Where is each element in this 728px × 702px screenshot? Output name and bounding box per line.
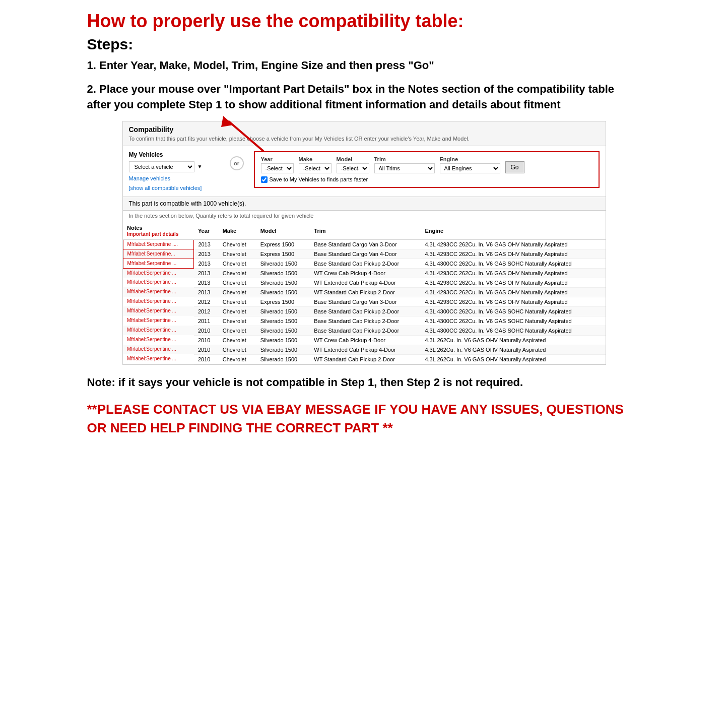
col-model: Model bbox=[256, 223, 310, 239]
compatible-count-bar: This part is compatible with 1000 vehicl… bbox=[123, 197, 606, 211]
cell-notes: Mfrlabel:Serpentine ... bbox=[123, 335, 194, 345]
cell-year: 2012 bbox=[194, 297, 219, 306]
table-row: Mfrlabel:Serpentine ... 2011 Chevrolet S… bbox=[123, 316, 606, 326]
cell-model: Express 1500 bbox=[256, 297, 310, 306]
cell-model: Silverado 1500 bbox=[256, 268, 310, 278]
cell-engine: 4.3L 4293CC 262Cu. In. V6 GAS OHV Natura… bbox=[421, 249, 605, 259]
compatibility-table: Notes Important part details Year Make M… bbox=[123, 223, 606, 364]
contact-text: **PLEASE CONTACT US VIA EBAY MESSAGE IF … bbox=[87, 400, 641, 437]
cell-make: Chevrolet bbox=[219, 345, 256, 354]
cell-trim: WT Extended Cab Pickup 4-Door bbox=[310, 278, 421, 287]
quantity-note: In the notes section below, Quantity ref… bbox=[123, 211, 606, 223]
cell-notes: Mfrlabel:Serpentine ... bbox=[123, 278, 194, 287]
manage-vehicles-link[interactable]: Manage vehicles bbox=[129, 175, 220, 181]
cell-make: Chevrolet bbox=[219, 249, 256, 259]
step1-text: 1. Enter Year, Make, Model, Trim, Engine… bbox=[87, 58, 641, 74]
engine-field: Engine All Engines bbox=[440, 156, 500, 173]
cell-model: Silverado 1500 bbox=[256, 259, 310, 268]
cell-year: 2013 bbox=[194, 268, 219, 278]
note-footer: Note: if it says your vehicle is not com… bbox=[87, 375, 641, 391]
table-row: Mfrlabel:Serpentine ... 2013 Chevrolet S… bbox=[123, 268, 606, 278]
cell-year: 2010 bbox=[194, 335, 219, 345]
show-all-link[interactable]: [show all compatible vehicles] bbox=[129, 185, 202, 191]
cell-make: Chevrolet bbox=[219, 239, 256, 249]
cell-engine: 4.3L 4300CC 262Cu. In. V6 GAS SOHC Natur… bbox=[421, 306, 605, 316]
col-make: Make bbox=[219, 223, 256, 239]
year-field: Year -Select- bbox=[261, 156, 294, 173]
cell-year: 2010 bbox=[194, 326, 219, 335]
dropdown-arrow-icon: ▼ bbox=[197, 164, 203, 169]
cell-notes: Mfrlabel:Serpentine ... bbox=[123, 345, 194, 354]
main-title: How to properly use the compatibility ta… bbox=[87, 10, 641, 32]
cell-make: Chevrolet bbox=[219, 306, 256, 316]
model-select[interactable]: -Select- bbox=[337, 163, 369, 173]
cell-model: Express 1500 bbox=[256, 239, 310, 249]
cell-notes: Mfrlabel:Serpentine ... bbox=[123, 354, 194, 364]
notes-sub-label: Important part details bbox=[127, 231, 178, 237]
cell-make: Chevrolet bbox=[219, 354, 256, 364]
cell-model: Silverado 1500 bbox=[256, 306, 310, 316]
cell-model: Silverado 1500 bbox=[256, 278, 310, 287]
cell-make: Chevrolet bbox=[219, 335, 256, 345]
cell-engine: 4.3L 4293CC 262Cu. In. V6 GAS OHV Natura… bbox=[421, 239, 605, 249]
cell-engine: 4.3L 262Cu. In. V6 GAS OHV Naturally Asp… bbox=[421, 345, 605, 354]
cell-notes: Mfrlabel:Serpentine ... bbox=[123, 297, 194, 306]
step2-text: 2. Place your mouse over "Important Part… bbox=[87, 82, 641, 113]
cell-trim: Base Standard Cab Pickup 2-Door bbox=[310, 306, 421, 316]
table-row: Mfrlabel:Serpentine ... 2010 Chevrolet S… bbox=[123, 326, 606, 335]
make-field: Make -Select- bbox=[299, 156, 332, 173]
cell-year: 2013 bbox=[194, 259, 219, 268]
vehicle-select-dropdown[interactable]: Select a vehicle bbox=[129, 161, 194, 172]
cell-make: Chevrolet bbox=[219, 259, 256, 268]
cell-trim: Base Standard Cargo Van 3-Door bbox=[310, 297, 421, 306]
cell-make: Chevrolet bbox=[219, 326, 256, 335]
trim-select[interactable]: All Trims bbox=[374, 163, 435, 173]
save-vehicles-checkbox[interactable] bbox=[261, 176, 268, 183]
year-select[interactable]: -Select- bbox=[261, 163, 294, 173]
cell-trim: WT Standard Cab Pickup 2-Door bbox=[310, 287, 421, 297]
table-row: Mfrlabel:Serpentine ... 2010 Chevrolet S… bbox=[123, 345, 606, 354]
cell-year: 2013 bbox=[194, 249, 219, 259]
cell-engine: 4.3L 4300CC 262Cu. In. V6 GAS SOHC Natur… bbox=[421, 326, 605, 335]
make-label: Make bbox=[299, 156, 332, 162]
cell-make: Chevrolet bbox=[219, 287, 256, 297]
year-make-form: Year -Select- Make -Select- Model bbox=[254, 151, 600, 188]
compatible-count-text: This part is compatible with 1000 vehicl… bbox=[129, 200, 246, 207]
table-row: Mfrlabel:Serpentine ... 2010 Chevrolet S… bbox=[123, 354, 606, 364]
cell-make: Chevrolet bbox=[219, 297, 256, 306]
cell-make: Chevrolet bbox=[219, 268, 256, 278]
make-select[interactable]: -Select- bbox=[299, 163, 332, 173]
go-button[interactable]: Go bbox=[505, 161, 524, 173]
cell-year: 2011 bbox=[194, 316, 219, 326]
model-field: Model -Select- bbox=[337, 156, 369, 173]
cell-engine: 4.3L 262Cu. In. V6 GAS OHV Naturally Asp… bbox=[421, 354, 605, 364]
cell-year: 2012 bbox=[194, 306, 219, 316]
cell-notes: Mfrlabel:Serpentine ... bbox=[123, 268, 194, 278]
cell-model: Silverado 1500 bbox=[256, 316, 310, 326]
table-row: Mfrlabel:Serpentine ... 2013 Chevrolet S… bbox=[123, 278, 606, 287]
my-vehicles-label: My Vehicles bbox=[129, 151, 220, 158]
or-separator: or bbox=[230, 156, 244, 170]
col-notes: Notes Important part details bbox=[123, 223, 194, 239]
cell-engine: 4.3L 262Cu. In. V6 GAS OHV Naturally Asp… bbox=[421, 335, 605, 345]
cell-notes: Mfrlabel:Serpentine ... bbox=[123, 316, 194, 326]
arrow-indicator bbox=[213, 116, 274, 156]
compat-desc: To confirm that this part fits your vehi… bbox=[129, 136, 600, 142]
trim-field: Trim All Trims bbox=[374, 156, 435, 173]
year-label: Year bbox=[261, 156, 294, 162]
model-label: Model bbox=[337, 156, 369, 162]
engine-select[interactable]: All Engines bbox=[440, 163, 500, 173]
cell-notes: Mfrlabel:Serpentine... bbox=[123, 249, 194, 259]
table-row: Mfrlabel:Serpentine .... 2013 Chevrolet … bbox=[123, 239, 606, 249]
cell-notes: Mfrlabel:Serpentine ... bbox=[123, 306, 194, 316]
cell-year: 2013 bbox=[194, 239, 219, 249]
cell-model: Silverado 1500 bbox=[256, 335, 310, 345]
cell-trim: Base Standard Cargo Van 3-Door bbox=[310, 239, 421, 249]
steps-label: Steps: bbox=[87, 36, 641, 53]
table-row: Mfrlabel:Serpentine ... 2013 Chevrolet S… bbox=[123, 259, 606, 268]
cell-notes: Mfrlabel:Serpentine .... bbox=[123, 239, 194, 249]
cell-model: Silverado 1500 bbox=[256, 345, 310, 354]
cell-trim: Base Standard Cab Pickup 2-Door bbox=[310, 316, 421, 326]
cell-make: Chevrolet bbox=[219, 316, 256, 326]
compatibility-box: Compatibility To confirm that this part … bbox=[122, 121, 606, 365]
